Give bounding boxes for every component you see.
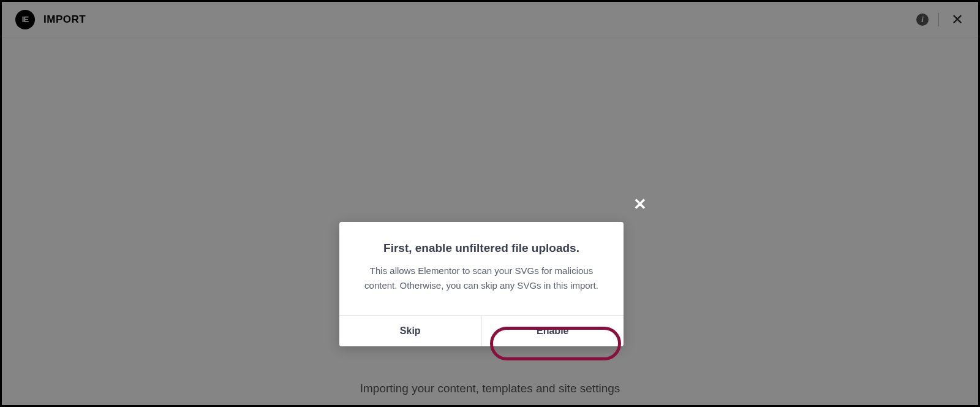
skip-button[interactable]: Skip xyxy=(339,316,482,346)
modal-title: First, enable unfiltered file uploads. xyxy=(356,242,606,255)
modal-body: First, enable unfiltered file uploads. T… xyxy=(339,222,624,315)
enable-button-label: Enable xyxy=(537,325,568,336)
modal-actions: Skip Enable xyxy=(339,315,624,346)
modal-close-icon[interactable]: ✕ xyxy=(633,196,647,212)
modal-description: This allows Elementor to scan your SVGs … xyxy=(356,264,606,293)
enable-button[interactable]: Enable xyxy=(482,316,624,346)
skip-button-label: Skip xyxy=(400,325,421,336)
enable-uploads-modal: First, enable unfiltered file uploads. T… xyxy=(339,222,624,346)
